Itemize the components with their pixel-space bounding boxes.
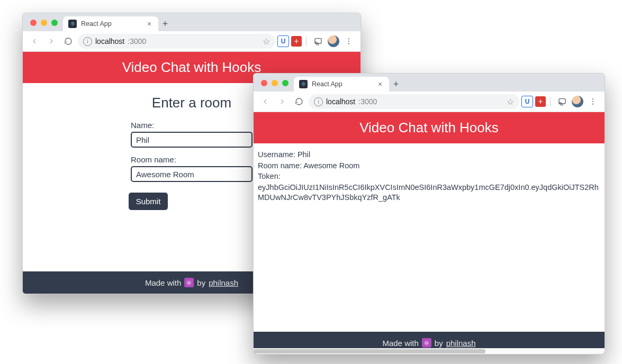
svg-point-8	[592, 101, 593, 102]
window-controls	[30, 20, 58, 26]
result-details: Username: Phil Room name: Awesome Room T…	[254, 143, 605, 210]
browser-tab[interactable]: ⚛ React App ×	[294, 77, 389, 92]
scrollbar-thumb[interactable]	[254, 349, 485, 353]
username-value: Phil	[298, 150, 310, 159]
url-port: :3000	[358, 97, 377, 106]
minimize-window-icon[interactable]	[41, 20, 47, 26]
close-tab-icon[interactable]: ×	[146, 20, 153, 28]
site-info-icon[interactable]: i	[83, 37, 92, 46]
close-window-icon[interactable]	[261, 80, 267, 86]
close-window-icon[interactable]	[30, 20, 37, 26]
result-room-line: Room name: Awesome Room	[258, 161, 600, 171]
bookmark-star-icon[interactable]: ☆	[507, 97, 514, 107]
address-bar[interactable]: i localhost:3000 ☆	[309, 94, 519, 109]
tab-strip: ⚛ React App × +	[23, 13, 360, 31]
extension-u-icon[interactable]: U	[277, 35, 289, 47]
cast-icon[interactable]	[555, 94, 570, 109]
address-bar[interactable]: i localhost:3000 ☆	[78, 34, 275, 49]
page-content: Video Chat with Hooks Username: Phil Roo…	[254, 112, 605, 354]
browser-toolbar: i localhost:3000 ☆ U	[254, 92, 605, 112]
footer-prefix: Made with	[145, 278, 181, 287]
svg-point-9	[592, 104, 593, 105]
footer-prefix: Made with	[382, 339, 418, 348]
username-label: Username:	[258, 150, 295, 159]
close-tab-icon[interactable]: ×	[376, 80, 384, 88]
footer-author-link[interactable]: philnash	[209, 278, 238, 287]
site-info-icon[interactable]: i	[314, 97, 323, 106]
tab-strip: ⚛ React App × +	[254, 74, 605, 92]
room-label: Room name:	[131, 155, 253, 164]
bookmark-star-icon[interactable]: ☆	[263, 37, 270, 47]
url-port: :3000	[128, 37, 146, 46]
reload-button[interactable]	[292, 94, 307, 109]
react-logo-icon: ⚛	[422, 338, 431, 348]
svg-point-4	[348, 43, 349, 44]
cast-icon[interactable]	[311, 34, 326, 49]
browser-tab[interactable]: ⚛ React App ×	[63, 16, 158, 31]
svg-rect-6	[559, 99, 565, 104]
url-host: localhost	[326, 97, 355, 106]
result-token-value: eyJhbGciOiJIUzI1NiIsInR5cCI6IkpXVCIsImN0…	[258, 183, 600, 203]
maximize-window-icon[interactable]	[282, 80, 289, 86]
react-favicon-icon: ⚛	[299, 80, 308, 88]
minimize-window-icon[interactable]	[272, 80, 278, 86]
room-value: Awesome Room	[303, 161, 359, 170]
tab-title: React App	[81, 20, 141, 28]
footer-mid: by	[197, 278, 205, 287]
forward-button[interactable]	[275, 94, 290, 109]
extension-u-icon[interactable]: U	[521, 96, 533, 107]
forward-button[interactable]	[44, 34, 59, 49]
toolbar-divider	[306, 37, 307, 46]
window-controls	[261, 80, 289, 86]
horizontal-scrollbar[interactable]	[254, 348, 605, 354]
name-input[interactable]	[131, 132, 253, 148]
app-header: Video Chat with Hooks	[254, 112, 605, 143]
result-username-line: Username: Phil	[258, 150, 600, 160]
name-label: Name:	[131, 121, 253, 130]
footer-mid: by	[435, 339, 443, 348]
menu-kebab-icon[interactable]	[341, 34, 356, 49]
svg-point-2	[348, 38, 349, 39]
footer-author-link[interactable]: philnash	[446, 339, 476, 348]
profile-avatar-icon[interactable]	[328, 35, 339, 47]
url-host: localhost	[95, 37, 124, 46]
back-button[interactable]	[258, 94, 273, 109]
extension-red-icon[interactable]	[535, 96, 546, 107]
react-favicon-icon: ⚛	[68, 20, 77, 28]
result-content: Username: Phil Room name: Awesome Room T…	[254, 143, 605, 332]
result-token-label: Token:	[258, 171, 600, 182]
tab-title: React App	[312, 80, 372, 88]
svg-point-3	[348, 41, 349, 42]
submit-button[interactable]: Submit	[129, 193, 168, 210]
svg-rect-1	[315, 39, 321, 43]
back-button[interactable]	[27, 34, 42, 49]
profile-avatar-icon[interactable]	[572, 96, 583, 107]
svg-point-7	[592, 98, 593, 99]
extension-red-icon[interactable]	[291, 36, 302, 47]
room-label: Room name:	[258, 161, 302, 170]
browser-toolbar: i localhost:3000 ☆ U	[23, 31, 360, 52]
new-tab-button[interactable]: +	[158, 17, 172, 31]
toolbar-divider	[550, 97, 551, 106]
menu-kebab-icon[interactable]	[585, 94, 600, 109]
room-input[interactable]	[131, 166, 253, 182]
react-logo-icon: ⚛	[184, 278, 194, 287]
new-tab-button[interactable]: +	[389, 77, 403, 91]
browser-window-result: ⚛ React App × + i localhost:3000 ☆ U	[253, 73, 605, 354]
reload-button[interactable]	[61, 34, 76, 49]
maximize-window-icon[interactable]	[51, 20, 58, 26]
